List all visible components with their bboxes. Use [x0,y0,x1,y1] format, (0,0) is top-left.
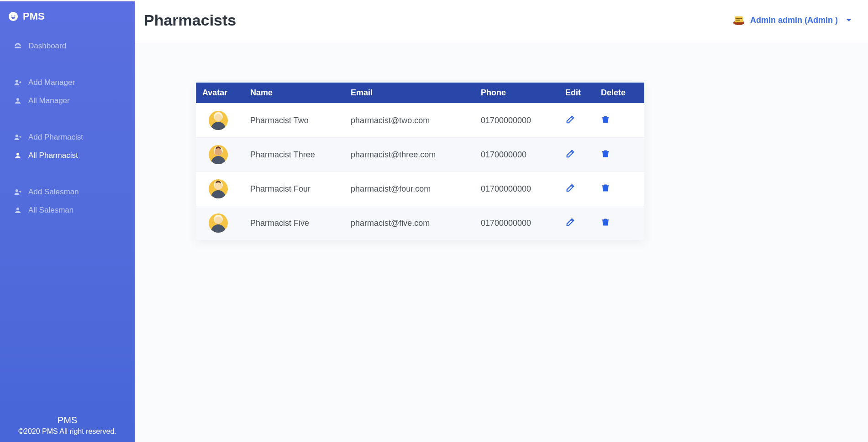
cell-delete [594,104,644,138]
cell-email: pharmacist@three.com [344,138,474,172]
avatar [209,213,228,233]
table-row: Pharmacist Four pharmacist@four.com 0170… [196,172,644,206]
sidebar-item-dashboard[interactable]: Dashboard [0,37,135,55]
cell-edit [559,206,594,240]
trash-icon[interactable] [601,115,610,124]
sidebar-item-add-manager[interactable]: Add Manager [0,73,135,92]
edit-icon[interactable] [565,114,575,125]
cell-avatar [196,138,244,172]
user-plus-icon [14,133,22,141]
svg-point-0 [9,12,18,21]
user-plus-icon [14,78,22,87]
sidebar-item-all-manager[interactable]: All Manager [0,92,135,110]
pharmacists-card: Avatar Name Email Phone Edit Delete Phar… [196,83,644,240]
sidebar-item-add-pharmacist[interactable]: Add Pharmacist [0,128,135,146]
sidebar-item-label: All Manager [28,96,70,105]
svg-point-7 [16,208,19,210]
cell-delete [594,172,644,206]
sidebar-item-label: All Salesman [28,206,74,215]
brand[interactable]: PMS [0,1,135,28]
table-row: Pharmacist Five pharmacist@five.com 0170… [196,206,644,240]
svg-point-2 [16,80,18,83]
cell-email: pharmacist@two.com [344,104,474,138]
user-icon [14,97,22,105]
cell-avatar [196,104,244,138]
pharmacists-table: Avatar Name Email Phone Edit Delete Phar… [196,83,644,240]
cell-avatar [196,206,244,240]
cell-name: Pharmacist Three [244,138,344,172]
topbar: Pharmacists Admin admin (Admin ) [135,1,868,43]
edit-icon[interactable] [565,217,575,227]
user-icon [14,206,22,214]
trash-icon[interactable] [601,183,610,192]
th-delete: Delete [594,83,644,104]
sidebar-footer: PMS ©2020 PMS All right reserved. [0,411,135,442]
cell-delete [594,206,644,240]
cell-delete [594,138,644,172]
sidebar-item-add-salesman[interactable]: Add Salesman [0,183,135,201]
user-avatar-icon [733,16,745,26]
sidebar: PMS Dashboard Add Manager All M [0,1,135,442]
cell-phone: 01700000000 [474,172,559,206]
svg-rect-11 [736,20,740,21]
cell-phone: 0170000000 [474,138,559,172]
sidebar-item-label: Add Manager [28,78,75,87]
cell-name: Pharmacist Two [244,104,344,138]
content: Avatar Name Email Phone Edit Delete Phar… [135,43,868,442]
svg-point-5 [16,153,19,156]
dashboard-icon [14,42,22,50]
cell-name: Pharmacist Five [244,206,344,240]
brand-name: PMS [23,10,45,22]
svg-point-3 [16,98,19,101]
table-row: Pharmacist Two pharmacist@two.com 017000… [196,104,644,138]
th-email: Email [344,83,474,104]
user-plus-icon [14,188,22,196]
avatar [209,179,228,198]
edit-icon[interactable] [565,149,575,159]
cell-avatar [196,172,244,206]
sidebar-item-all-pharmacist[interactable]: All Pharmacist [0,146,135,165]
sidebar-item-label: Add Pharmacist [28,133,83,142]
cell-email: pharmacist@five.com [344,206,474,240]
th-phone: Phone [474,83,559,104]
footer-brand: PMS [5,415,130,426]
edit-icon[interactable] [565,183,575,193]
svg-point-4 [16,135,18,137]
user-menu[interactable]: Admin admin (Admin ) [733,16,852,26]
th-name: Name [244,83,344,104]
cell-phone: 01700000000 [474,104,559,138]
table-header-row: Avatar Name Email Phone Edit Delete [196,83,644,104]
smile-icon [8,11,18,21]
table-row: Pharmacist Three pharmacist@three.com 01… [196,138,644,172]
trash-icon[interactable] [601,149,610,158]
avatar [209,145,228,164]
cell-phone: 01700000000 [474,206,559,240]
sidebar-nav: Dashboard Add Manager All Manager [0,28,135,411]
th-edit: Edit [559,83,594,104]
user-icon [14,151,22,160]
svg-rect-9 [735,16,743,22]
cell-email: pharmacist@four.com [344,172,474,206]
svg-point-6 [16,189,18,192]
cell-edit [559,172,594,206]
sidebar-item-label: Dashboard [28,42,66,51]
sidebar-item-all-salesman[interactable]: All Salesman [0,201,135,219]
svg-rect-10 [736,18,742,19]
cell-edit [559,104,594,138]
cell-name: Pharmacist Four [244,172,344,206]
avatar [209,111,228,130]
main: Pharmacists Admin admin (Admin ) A [135,1,868,442]
sidebar-item-label: All Pharmacist [28,151,78,160]
page-title: Pharmacists [144,11,236,29]
th-avatar: Avatar [196,83,244,104]
trash-icon[interactable] [601,218,610,227]
chevron-down-icon [846,19,852,22]
svg-rect-1 [15,47,21,48]
footer-copyright: ©2020 PMS All right reserved. [5,427,130,436]
sidebar-item-label: Add Salesman [28,187,79,197]
cell-edit [559,138,594,172]
user-label: Admin admin (Admin ) [750,16,838,25]
